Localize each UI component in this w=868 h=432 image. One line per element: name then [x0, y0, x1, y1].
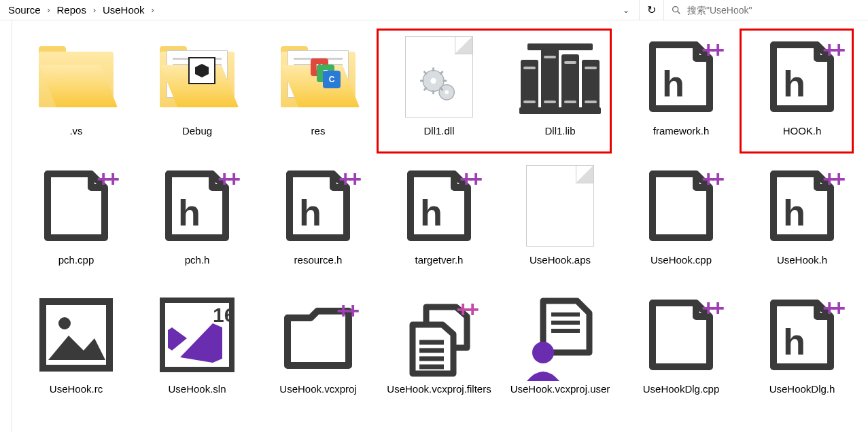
file-item[interactable]: 16 UseHook.sln [139, 288, 256, 417]
svg-text:16: 16 [213, 304, 235, 326]
file-item[interactable]: UseHook.rc [18, 288, 135, 417]
file-item[interactable]: Dll1.lib [502, 30, 619, 159]
proj-icon: ++ [274, 291, 362, 379]
file-label: UseHook.cpp [650, 254, 712, 267]
breadcrumb-dropdown[interactable]: ⌄ [619, 5, 633, 15]
file-item[interactable]: Dll1.dll [381, 30, 498, 159]
file-label: UseHook.aps [530, 254, 591, 267]
file-label: pch.h [185, 254, 210, 267]
file-item[interactable]: ++ UseHook.cpp [623, 159, 740, 288]
lib-icon [516, 33, 604, 121]
proj-filters-icon: ++ [395, 291, 483, 379]
file-item[interactable]: UseHook.vcxproj.user [502, 288, 619, 417]
blank-icon [516, 162, 604, 250]
cpp-icon: ++ [637, 162, 725, 250]
file-label: Debug [182, 125, 212, 138]
file-item[interactable]: h ++ resource.h [260, 159, 377, 288]
search-icon [671, 5, 682, 16]
svg-point-4 [430, 78, 436, 84]
file-item[interactable]: ++ UseHook.vcxproj.filters [381, 288, 498, 417]
h-cpp-icon: h ++ [395, 162, 483, 250]
sln-icon: 16 [153, 291, 241, 379]
h-cpp-icon: h ++ [637, 33, 725, 121]
file-item[interactable]: h ++ HOOK.h [744, 30, 861, 159]
file-label: Dll1.lib [544, 125, 575, 138]
file-label: HOOK.h [783, 125, 822, 138]
file-item[interactable]: UseHook.aps [502, 159, 619, 288]
breadcrumb-item-1[interactable]: Repos [54, 3, 89, 17]
chevron-right-icon: › [48, 5, 50, 15]
file-label: UseHook.vcxproj [279, 383, 356, 396]
file-label: framework.h [653, 125, 710, 138]
file-grid: .vs Debug MFC res [12, 20, 868, 432]
folder-res-icon: MFC [274, 33, 362, 121]
search-box[interactable] [664, 0, 868, 20]
svg-line-10 [424, 71, 427, 74]
breadcrumb-item-0[interactable]: Source [5, 3, 44, 17]
folder-icon [32, 33, 120, 121]
file-label: targetver.h [415, 254, 464, 267]
file-item[interactable]: h ++ framework.h [623, 30, 740, 159]
file-item[interactable]: h ++ UseHookDlg.h [744, 288, 861, 417]
h-cpp-icon: h ++ [153, 162, 241, 250]
h-cpp-icon: h ++ [758, 162, 846, 250]
folder-3d-icon [153, 33, 241, 121]
file-label: UseHook.sln [168, 383, 226, 396]
file-label: UseHook.h [777, 254, 827, 267]
breadcrumb[interactable]: Source › Repos › UseHook › ⌄ [0, 0, 640, 20]
file-item[interactable]: .vs [18, 30, 135, 159]
svg-line-1 [678, 12, 680, 14]
file-label: UseHookDlg.h [769, 383, 835, 396]
svg-line-12 [440, 71, 442, 74]
file-label: .vs [69, 125, 82, 138]
refresh-button[interactable]: ↻ [640, 0, 664, 20]
image-icon [32, 291, 120, 379]
file-item[interactable]: ++ UseHookDlg.cpp [623, 288, 740, 417]
file-item[interactable]: h ++ UseHook.h [744, 159, 861, 288]
search-input[interactable] [687, 5, 861, 16]
file-label: UseHookDlg.cpp [643, 383, 720, 396]
svg-point-0 [673, 6, 678, 12]
file-label: pch.cpp [58, 254, 94, 267]
sidebar-gutter [0, 20, 12, 432]
file-label: UseHook.vcxproj.user [510, 383, 610, 396]
file-label: UseHook.rc [50, 383, 103, 396]
h-cpp-icon: h ++ [758, 291, 846, 379]
toolbar: Source › Repos › UseHook › ⌄ ↻ [0, 0, 868, 20]
svg-line-13 [424, 88, 427, 90]
svg-point-15 [58, 317, 71, 329]
cpp-icon: ++ [637, 291, 725, 379]
cpp-icon: ++ [32, 162, 120, 250]
file-item[interactable]: h ++ pch.h [139, 159, 256, 288]
breadcrumb-item-2[interactable]: UseHook [100, 3, 147, 17]
h-cpp-icon: h ++ [758, 33, 846, 121]
file-item[interactable]: ++ UseHook.vcxproj [260, 288, 377, 417]
file-item[interactable]: ++ pch.cpp [18, 159, 135, 288]
dll-icon [395, 33, 483, 121]
svg-point-26 [532, 342, 554, 363]
proj-user-icon [516, 291, 604, 379]
content-area: .vs Debug MFC res [0, 20, 868, 432]
svg-point-5 [445, 90, 449, 94]
file-item[interactable]: MFC res [260, 30, 377, 159]
file-item[interactable]: h ++ targetver.h [381, 159, 498, 288]
chevron-right-icon: › [152, 5, 154, 15]
file-label: resource.h [294, 254, 343, 267]
chevron-right-icon: › [93, 5, 96, 15]
h-cpp-icon: h ++ [274, 162, 362, 250]
file-label: Dll1.dll [423, 125, 454, 138]
file-label: res [311, 125, 326, 138]
file-item[interactable]: Debug [139, 30, 256, 159]
file-label: UseHook.vcxproj.filters [387, 383, 491, 396]
